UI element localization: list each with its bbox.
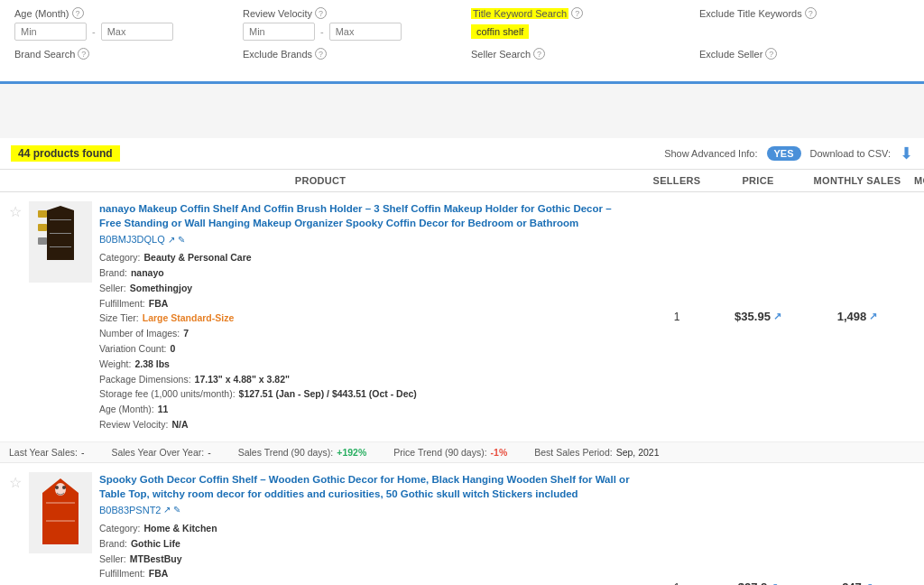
review-velocity-filter: Review Velocity ? - <box>243 7 453 41</box>
exclude-title-info-icon[interactable]: ? <box>805 7 817 19</box>
exclude-brands-info-icon[interactable]: ? <box>315 48 327 60</box>
age-month-info-icon[interactable]: ? <box>72 7 84 19</box>
svg-point-11 <box>55 483 66 496</box>
sellers-cell-2: 1 <box>641 472 713 585</box>
col-product: PRODUCT <box>0 175 641 186</box>
seller-search-label: Seller Search ? <box>471 48 681 60</box>
product-table: PRODUCT SELLERS PRICE MONTHLY SALES MONT… <box>0 170 924 585</box>
title-keyword-label: Title Keyword Search ? <box>471 7 681 19</box>
product-info-1: nanayo Makeup Coffin Shelf And Coffin Br… <box>99 201 632 432</box>
price-cell-2: $27.8 ↗ <box>713 472 803 585</box>
svg-rect-6 <box>38 224 47 231</box>
svg-rect-2 <box>50 219 71 220</box>
favorite-star-2[interactable]: ☆ <box>9 474 22 491</box>
col-monthly-sales: MONTHLY SALES <box>803 175 911 186</box>
exclude-title-keywords-filter: Exclude Title Keywords ? <box>699 7 910 23</box>
product-footer-1: Last Year Sales:- Sales Year Over Year:-… <box>0 441 924 462</box>
age-month-max[interactable] <box>101 23 173 41</box>
product-title-1[interactable]: nanayo Makeup Coffin Shelf And Coffin Br… <box>99 201 632 230</box>
product-image-1 <box>29 201 92 283</box>
monthly-revenue-cell-2: $9,646.6 <box>911 472 924 585</box>
title-keyword-filter: Title Keyword Search ? coffin shelf <box>471 7 681 39</box>
exclude-title-keywords-label: Exclude Title Keywords ? <box>699 7 910 19</box>
download-csv-button[interactable]: ⬇ <box>900 144 913 163</box>
table-header: PRODUCT SELLERS PRICE MONTHLY SALES MONT… <box>0 170 924 192</box>
filter-section: Age (Month) ? - Review Velocity ? - Titl <box>0 0 924 84</box>
svg-rect-9 <box>46 502 75 504</box>
product-info-2: Spooky Goth Decor Coffin Shelf – Wooden … <box>99 472 632 585</box>
product-asin-2: B0B83PSNT2 ↗ ✎ <box>99 505 632 515</box>
product-title-2[interactable]: Spooky Goth Decor Coffin Shelf – Wooden … <box>99 472 632 501</box>
review-velocity-info-icon[interactable]: ? <box>315 7 327 19</box>
asin-edit-icon[interactable]: ✎ <box>178 235 185 245</box>
review-velocity-label: Review Velocity ? <box>243 7 453 19</box>
results-actions: Show Advanced Info: YES Download to CSV:… <box>664 144 913 163</box>
filter-row-2: Brand Search ? Exclude Brands ? Seller S… <box>14 48 910 63</box>
brand-search-filter: Brand Search ? <box>14 48 225 63</box>
exclude-seller-label: Exclude Seller ? <box>699 48 910 60</box>
seller-search-filter: Seller Search ? <box>471 48 681 63</box>
svg-rect-3 <box>50 233 71 234</box>
svg-rect-4 <box>50 246 71 247</box>
review-velocity-max[interactable] <box>329 23 402 41</box>
product-asin-1: B0BMJ3DQLQ ↗ ✎ <box>99 234 632 245</box>
title-keyword-info-icon[interactable]: ? <box>571 7 583 19</box>
price-cell-1: $35.95 ↗ <box>713 201 803 432</box>
seller-search-info-icon[interactable]: ? <box>533 48 545 60</box>
results-header: 44 products found Show Advanced Info: YE… <box>0 138 924 170</box>
product-image-2 <box>29 472 92 553</box>
title-keyword-value: coffin shelf <box>471 24 529 39</box>
adv-info-label: Show Advanced Info: <box>664 148 757 159</box>
brand-search-info-icon[interactable]: ? <box>78 48 89 60</box>
monthly-sales-cell-2: 347 ↗ <box>803 472 911 585</box>
table-row: ☆ Spooky Goth Decor Coffin Shelf – Wood <box>0 463 924 585</box>
monthly-sales-cell-1: 1,498 ↗ <box>803 201 911 432</box>
product-row-main-2: ☆ Spooky Goth Decor Coffin Shelf – Wood <box>0 463 924 585</box>
svg-rect-5 <box>38 210 47 218</box>
asin-link-icon[interactable]: ↗ <box>168 235 175 245</box>
exclude-brands-filter: Exclude Brands ? <box>243 48 453 63</box>
product-row-main-1: ☆ nanayo Makeup Coffin She <box>0 192 924 441</box>
brand-search-label: Brand Search ? <box>14 48 225 60</box>
exclude-seller-info-icon[interactable]: ? <box>765 48 777 60</box>
monthly-revenue-cell-1: $53,853.1 <box>911 201 924 432</box>
sellers-cell-1: 1 <box>641 201 713 432</box>
filter-row-1: Age (Month) ? - Review Velocity ? - Titl <box>14 7 910 41</box>
col-price: PRICE <box>713 175 803 186</box>
product-cell-2: ☆ Spooky Goth Decor Coffin Shelf – Wood <box>0 472 641 585</box>
exclude-brands-label: Exclude Brands ? <box>243 48 453 60</box>
sales-trend-icon-2: ↗ <box>864 581 873 585</box>
svg-rect-7 <box>38 237 47 245</box>
age-month-min[interactable] <box>14 23 87 41</box>
col-monthly-revenue: MONTHLY REVENUE <box>911 175 924 186</box>
sales-trend-icon-1: ↗ <box>869 311 877 322</box>
exclude-seller-filter: Exclude Seller ? <box>699 48 910 63</box>
advanced-info-toggle[interactable]: YES <box>767 146 801 161</box>
results-count: 44 products found <box>11 145 120 162</box>
favorite-star-1[interactable]: ☆ <box>9 203 22 220</box>
col-sellers: SELLERS <box>641 175 713 186</box>
review-velocity-min[interactable] <box>243 23 315 41</box>
age-month-filter: Age (Month) ? - <box>14 7 225 41</box>
price-trend-icon-1: ↗ <box>773 311 781 322</box>
svg-point-13 <box>62 486 66 489</box>
age-month-label: Age (Month) ? <box>14 7 225 19</box>
product-details-2: Category:Home & Kitchen Brand:Gothic Lif… <box>99 521 632 585</box>
asin-link-icon-2[interactable]: ↗ <box>163 505 171 515</box>
asin-edit-icon-2[interactable]: ✎ <box>173 505 180 515</box>
svg-rect-10 <box>46 520 75 522</box>
spacer <box>0 84 924 138</box>
download-label: Download to CSV: <box>810 148 891 159</box>
product-image-svg-1 <box>33 206 88 278</box>
product-image-svg-2 <box>33 477 88 549</box>
table-row: ☆ nanayo Makeup Coffin She <box>0 192 924 463</box>
product-details-1: Category:Beauty & Personal Care Brand:na… <box>99 250 632 432</box>
svg-point-12 <box>55 486 59 489</box>
product-cell-1: ☆ nanayo Makeup Coffin She <box>0 201 641 432</box>
price-trend-icon-2: ↗ <box>770 581 778 585</box>
